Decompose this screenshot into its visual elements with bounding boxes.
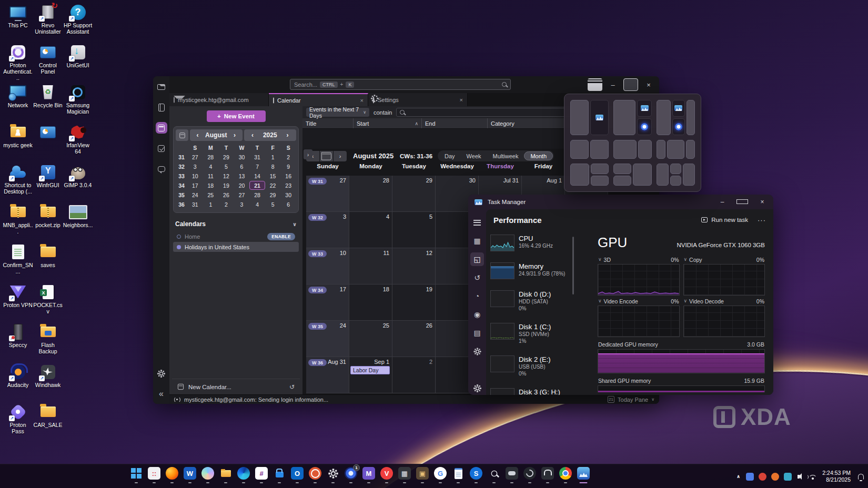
mini-day-cell[interactable]: 8 <box>265 162 281 171</box>
snap-zone[interactable] <box>633 164 652 186</box>
desktop-icon-samsung-magician[interactable]: ↗Samsung Magician <box>63 83 93 115</box>
snap-zone[interactable] <box>613 176 631 186</box>
mini-day-cell[interactable]: 2 <box>218 200 234 209</box>
tray-app-1[interactable] <box>746 473 754 481</box>
nav-details-icon[interactable]: ▤ <box>470 326 484 340</box>
firefox-icon[interactable] <box>166 467 178 480</box>
duckduckgo-icon[interactable] <box>309 467 321 480</box>
enable-calendar-button[interactable]: ENABLE <box>267 233 295 240</box>
mini-day-cell[interactable]: 1 <box>265 152 281 161</box>
desktop-icon-proton-authenticator[interactable]: ↗Proton Authenticat... <box>3 43 33 81</box>
perf-item-disk-3-g-h-[interactable]: Disk 3 (G: H:)Removable (USB)0% <box>490 388 570 395</box>
calendar-nav-icon[interactable] <box>156 122 167 134</box>
mini-day-cell[interactable]: 30 <box>234 152 250 161</box>
snap-zone[interactable] <box>613 100 635 135</box>
calculator-icon[interactable]: ▦ <box>398 467 411 480</box>
mini-day-cell[interactable]: 7 <box>249 162 265 171</box>
snap-zone[interactable] <box>670 164 681 174</box>
mini-day-cell[interactable]: 1 <box>203 200 219 209</box>
edge-icon[interactable] <box>237 467 250 480</box>
snap-zone[interactable] <box>672 118 685 135</box>
day-cell[interactable]: 11 <box>349 248 392 284</box>
mini-day-cell[interactable]: 6 <box>280 200 296 209</box>
column-header-start[interactable]: Start∧ <box>354 118 422 128</box>
notification-bell-icon[interactable] <box>858 474 864 480</box>
day-cell[interactable]: 18 <box>349 284 392 321</box>
desktop-icon-proton-vpn[interactable]: ↗Proton VPN <box>3 283 33 308</box>
settings-gear-icon[interactable] <box>470 381 484 395</box>
nav-startup-icon[interactable]: ◔ <box>470 289 484 303</box>
desktop-icon-unigetui[interactable]: ↗UniGetUI <box>63 43 93 68</box>
goto-today-button[interactable] <box>320 151 333 161</box>
snap-zone[interactable] <box>638 140 652 159</box>
prev-month-icon[interactable]: ‹ <box>190 131 205 139</box>
task-manager-icon[interactable] <box>577 467 590 480</box>
address-book-icon[interactable] <box>156 101 167 113</box>
hidden-icons-chevron[interactable]: ∧ <box>736 474 740 479</box>
chat-icon[interactable] <box>156 163 167 175</box>
desktop-icon-pocket-zip[interactable]: pocket.zip <box>33 203 63 228</box>
mini-day-cell[interactable]: 9 <box>280 162 296 171</box>
desktop-icon-car-sale[interactable]: CAR_SALE <box>33 403 63 428</box>
settings-gear-icon[interactable] <box>156 368 167 379</box>
desktop-icon-mystic-geek[interactable]: mystic geek <box>3 123 33 148</box>
snap-zone[interactable] <box>570 164 589 186</box>
vivaldi-icon[interactable]: V <box>380 467 393 480</box>
next-month-icon[interactable]: › <box>227 131 242 139</box>
nav-history-icon[interactable]: ↺ <box>470 271 484 284</box>
desktop-icon-network[interactable]: Network <box>3 83 33 108</box>
desktop-icon-recycle-bin[interactable]: Recycle Bin <box>33 83 63 108</box>
desktop-icon-mnb-appli[interactable]: MNB_appli... <box>3 203 33 235</box>
next-period-button[interactable]: › <box>334 151 347 161</box>
desktop-icon-this-pc[interactable]: This PC <box>3 3 33 28</box>
desktop-icon-speccy[interactable]: ↗Speccy <box>3 323 33 348</box>
copilot-icon[interactable] <box>201 467 214 480</box>
mini-day-cell[interactable]: 20 <box>234 181 250 190</box>
snap-zone[interactable] <box>657 164 669 186</box>
snap-zone[interactable] <box>591 176 609 186</box>
desktop-icon-irfanview-64[interactable]: ↗IrfanView 64 <box>63 123 93 155</box>
calendars-section-header[interactable]: Calendars∨ <box>175 220 297 228</box>
snap-zone[interactable] <box>591 164 609 174</box>
desktop-icon-hp-support-assistant[interactable]: ↗HP Support Assistant <box>63 3 93 35</box>
perf-item-disk-2-e-[interactable]: Disk 2 (E:)USB (USB)0% <box>490 355 570 377</box>
volume-icon[interactable] <box>798 475 800 479</box>
day-cell[interactable]: 24W 35 <box>306 321 349 357</box>
tab-calendar[interactable]: Calendar× <box>269 93 368 106</box>
snap-layout-option-5[interactable] <box>613 140 652 159</box>
mini-day-cell[interactable]: 19 <box>218 181 234 190</box>
tray-app-4[interactable] <box>784 473 792 481</box>
maximize-button[interactable] <box>736 198 748 206</box>
mail-app-icon[interactable]: M <box>362 467 375 480</box>
network-icon[interactable] <box>809 474 816 480</box>
snap-layout-option-9[interactable] <box>657 164 695 186</box>
snap-layout-option-1[interactable] <box>570 100 609 135</box>
settings-gear-icon[interactable] <box>327 467 339 480</box>
perf-item-memory[interactable]: Memory24.9/31.9 GB (78%) <box>490 262 570 279</box>
snap-zone[interactable] <box>613 164 631 174</box>
close-tab-icon[interactable]: × <box>460 97 463 103</box>
snap-zone[interactable] <box>657 140 665 159</box>
day-cell[interactable]: 10W 33 <box>306 248 349 284</box>
mini-day-cell[interactable]: 4 <box>249 200 265 209</box>
snap-zone[interactable] <box>670 176 681 186</box>
slack-icon[interactable]: # <box>255 467 268 480</box>
messaging-badge-icon[interactable]: 1 <box>345 467 357 480</box>
desktop-icon-windhawk[interactable]: ↗Windhawk <box>33 363 63 388</box>
mini-day-cell[interactable]: 12 <box>218 171 234 180</box>
mini-calendar-today-button[interactable] <box>176 129 188 141</box>
day-cell[interactable]: 3W 32 <box>306 212 349 248</box>
today-pane-toggle[interactable]: 21 Today Pane ∨ <box>608 396 654 403</box>
day-cell[interactable]: 5 <box>392 212 436 248</box>
snap-layout-option-3[interactable] <box>657 100 695 135</box>
tray-app-3[interactable] <box>771 473 779 481</box>
collapse-rail-icon[interactable]: « <box>156 388 167 400</box>
mini-day-cell[interactable]: 14 <box>249 171 265 180</box>
day-cell[interactable]: Aug 31W 36 <box>306 357 349 393</box>
day-cell[interactable]: 4 <box>349 212 392 248</box>
calendar-list-item[interactable]: Holidays in United States <box>173 242 299 252</box>
snap-zone[interactable] <box>672 100 685 117</box>
mini-day-cell[interactable]: 6 <box>234 162 250 171</box>
snap-zone[interactable] <box>657 100 671 135</box>
prev-year-icon[interactable]: ‹ <box>244 131 261 139</box>
